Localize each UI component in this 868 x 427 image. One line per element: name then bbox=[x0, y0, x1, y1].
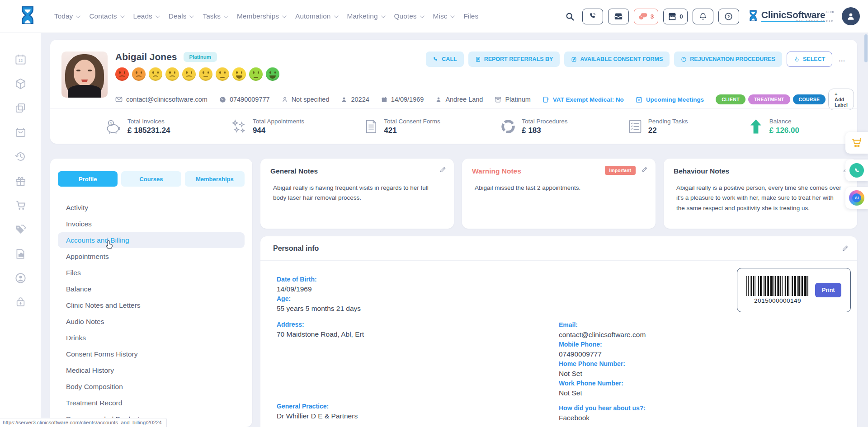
stat-label: Pending Tasks bbox=[648, 118, 688, 125]
nav-label: Memberships bbox=[237, 12, 279, 20]
nav-label: Deals bbox=[169, 12, 187, 20]
messages-button[interactable]: 3 bbox=[634, 9, 659, 24]
vat-exempt-link[interactable]: VAT Exempt Medical: No bbox=[542, 96, 624, 103]
menu-audio-notes[interactable]: Audio Notes bbox=[58, 314, 245, 329]
tab-courses[interactable]: Courses bbox=[121, 171, 181, 187]
stat-pending-tasks: Pending Tasks22 bbox=[628, 118, 688, 135]
notifications-button[interactable] bbox=[693, 9, 713, 24]
document-arrow-icon bbox=[542, 96, 549, 103]
consent-forms-label: AVAILABLE CONSENT FORMS bbox=[580, 56, 663, 62]
dob-label: Date of Birth: bbox=[277, 275, 559, 284]
mood-4[interactable] bbox=[165, 67, 179, 81]
nav-contacts[interactable]: Contacts bbox=[89, 12, 123, 20]
history-icon[interactable] bbox=[14, 150, 27, 163]
cart-icon[interactable] bbox=[14, 199, 27, 211]
menu-invoices[interactable]: Invoices bbox=[58, 216, 245, 232]
mood-8[interactable] bbox=[232, 67, 246, 81]
mood-mouth bbox=[269, 75, 276, 79]
menu-treatment-record[interactable]: Treatment Record bbox=[58, 395, 245, 411]
menu-drinks[interactable]: Drinks bbox=[58, 330, 245, 346]
mood-10[interactable] bbox=[266, 67, 279, 81]
nav-leads[interactable]: Leads bbox=[133, 12, 159, 20]
stat-label: Total Consent Forms bbox=[384, 118, 440, 125]
menu-body-composition[interactable]: Body Composition bbox=[58, 379, 245, 394]
stat-label: Total Invoices bbox=[127, 118, 170, 125]
nav-today[interactable]: Today bbox=[54, 12, 79, 20]
nav-deals[interactable]: Deals bbox=[169, 12, 193, 20]
package-icon[interactable] bbox=[14, 78, 27, 90]
brand-logo[interactable]: ClinicSoftware.com TEN STEPS AHEAD bbox=[748, 9, 834, 23]
add-label-button[interactable]: + Add Label bbox=[828, 89, 854, 110]
search-button[interactable] bbox=[565, 12, 575, 21]
menu-files[interactable]: Files bbox=[58, 265, 245, 281]
patient-phone[interactable]: 07490009777 bbox=[219, 96, 270, 103]
nav-tasks[interactable]: Tasks bbox=[203, 12, 227, 20]
call-label: CALL bbox=[442, 56, 457, 62]
mood-5[interactable] bbox=[182, 67, 196, 81]
mood-1[interactable] bbox=[115, 67, 129, 81]
menu-balance[interactable]: Balance bbox=[58, 281, 245, 297]
edit-pencil-icon[interactable] bbox=[641, 166, 648, 173]
inbox-button[interactable] bbox=[608, 9, 629, 24]
menu-activity[interactable]: Activity bbox=[58, 200, 245, 216]
stat-value: £ 185231.24 bbox=[127, 126, 170, 135]
chevron-down-icon bbox=[189, 14, 194, 18]
mood-3[interactable] bbox=[149, 67, 162, 81]
behaviour-notes-card: Behaviour Notes Abigail really is a posi… bbox=[664, 159, 857, 229]
treatment-label-pill: TREATMENT bbox=[748, 94, 790, 104]
menu-accounts-and-billing[interactable]: Accounts and Billing bbox=[58, 232, 245, 248]
upcoming-meetings-text: Upcoming Meetings bbox=[646, 96, 704, 103]
more-actions-button[interactable]: ... bbox=[837, 56, 847, 63]
mood-2[interactable] bbox=[132, 67, 146, 81]
edit-pencil-icon[interactable] bbox=[842, 244, 849, 252]
menu-clinic-notes-and-letters[interactable]: Clinic Notes and Letters bbox=[58, 297, 245, 313]
menu-consent-forms-history[interactable]: Consent Forms History bbox=[58, 346, 245, 362]
mood-9[interactable] bbox=[249, 67, 263, 81]
print-button[interactable]: Print bbox=[815, 283, 841, 297]
rejuvenation-button[interactable]: REJUVENATION PROCEDURES bbox=[674, 52, 782, 67]
whatsapp-icon bbox=[849, 163, 864, 178]
menu-appointments[interactable]: Appointments bbox=[58, 249, 245, 264]
calendar-icon[interactable]: 12 bbox=[14, 53, 27, 66]
mood-6[interactable] bbox=[199, 67, 212, 81]
nav-automation[interactable]: Automation bbox=[295, 12, 337, 20]
cart-icon bbox=[851, 137, 863, 148]
edit-pencil-icon[interactable] bbox=[439, 166, 447, 173]
upcoming-meetings-link[interactable]: 12 Upcoming Meetings bbox=[636, 96, 704, 103]
gift-icon[interactable] bbox=[14, 175, 27, 187]
report-chart-icon[interactable] bbox=[14, 248, 26, 260]
nav-label: Quotes bbox=[394, 12, 417, 20]
mood-7[interactable] bbox=[216, 67, 229, 81]
select-button[interactable]: SELECT bbox=[787, 52, 832, 67]
call-button[interactable]: CALL bbox=[426, 52, 463, 67]
shopping-bag-icon[interactable] bbox=[14, 126, 27, 138]
copy-icon[interactable] bbox=[14, 102, 26, 114]
dialer-button[interactable] bbox=[582, 9, 603, 24]
lock-icon[interactable] bbox=[15, 296, 26, 308]
client-id-text: 20224 bbox=[351, 96, 369, 103]
app-logo[interactable] bbox=[8, 5, 47, 27]
patient-photo[interactable] bbox=[61, 52, 108, 98]
shop-button[interactable]: 0 bbox=[663, 9, 688, 24]
consent-forms-button[interactable]: AVAILABLE CONSENT FORMS bbox=[564, 52, 670, 67]
help-button[interactable]: ? bbox=[718, 9, 739, 24]
nav-misc[interactable]: Misc bbox=[433, 12, 454, 20]
user-avatar[interactable] bbox=[842, 7, 860, 25]
report-referrals-button[interactable]: REPORT REFERRALS BY bbox=[468, 52, 560, 67]
nav-files[interactable]: Files bbox=[463, 12, 478, 20]
rejuvenation-label: REJUVENATION PROCEDURES bbox=[690, 56, 775, 62]
important-badge: Important bbox=[605, 166, 636, 175]
tab-profile[interactable]: Profile bbox=[58, 171, 118, 187]
scrollbar-thumb[interactable] bbox=[864, 34, 868, 62]
owner-text: Andree Land bbox=[445, 96, 483, 103]
nav-memberships[interactable]: Memberships bbox=[237, 12, 285, 20]
menu-medical-history[interactable]: Medical History bbox=[58, 362, 245, 378]
stat-label: Balance bbox=[769, 118, 799, 125]
nav-marketing[interactable]: Marketing bbox=[347, 12, 384, 20]
nav-quotes[interactable]: Quotes bbox=[394, 12, 423, 20]
patient-email[interactable]: contact@clinicsoftware.com bbox=[115, 96, 208, 103]
tab-memberships[interactable]: Memberships bbox=[185, 171, 245, 187]
price-tags-icon[interactable] bbox=[14, 224, 27, 236]
account-lock-icon[interactable] bbox=[14, 272, 27, 284]
stat-label: Total Appointments bbox=[253, 118, 304, 125]
